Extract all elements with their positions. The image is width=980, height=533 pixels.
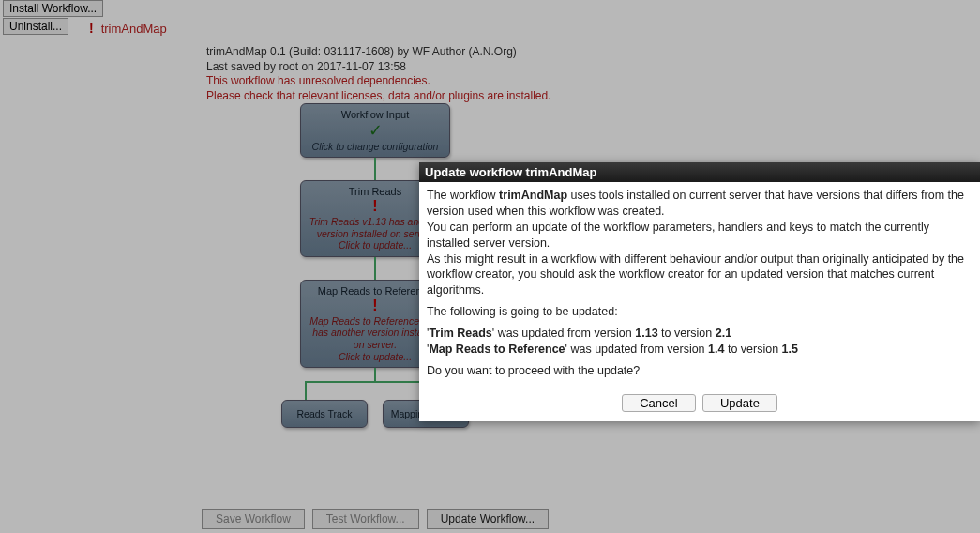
dialog-text: to version bbox=[658, 327, 716, 340]
update-from-version: 1.13 bbox=[635, 327, 657, 340]
dialog-text: ' was updated from version bbox=[492, 327, 635, 340]
dialog-text: You can perform an update of the workflo… bbox=[427, 221, 929, 250]
dialog-title: Update workflow trimAndMap bbox=[419, 162, 980, 182]
dialog-text: The following is going to be updated: bbox=[427, 304, 972, 320]
dialog-text: to version bbox=[724, 343, 781, 356]
update-to-version: 2.1 bbox=[716, 327, 731, 340]
dialog-wf-name: trimAndMap bbox=[499, 189, 567, 202]
dialog-body: The workflow trimAndMap uses tools insta… bbox=[419, 182, 980, 390]
cancel-button[interactable]: Cancel bbox=[622, 394, 695, 412]
update-to-version: 1.5 bbox=[782, 343, 798, 356]
update-item-name: Map Reads to Reference bbox=[429, 343, 565, 356]
update-from-version: 1.4 bbox=[708, 343, 724, 356]
update-dialog: Update workflow trimAndMap The workflow … bbox=[419, 162, 980, 421]
update-button[interactable]: Update bbox=[702, 394, 777, 412]
update-item-name: Trim Reads bbox=[429, 327, 491, 340]
dialog-text: ' was updated from version bbox=[565, 343, 708, 356]
dialog-text: The workflow bbox=[427, 189, 499, 202]
dialog-text: Do you want to proceed with the update? bbox=[427, 363, 972, 379]
dialog-text: As this might result in a workflow with … bbox=[427, 252, 964, 297]
